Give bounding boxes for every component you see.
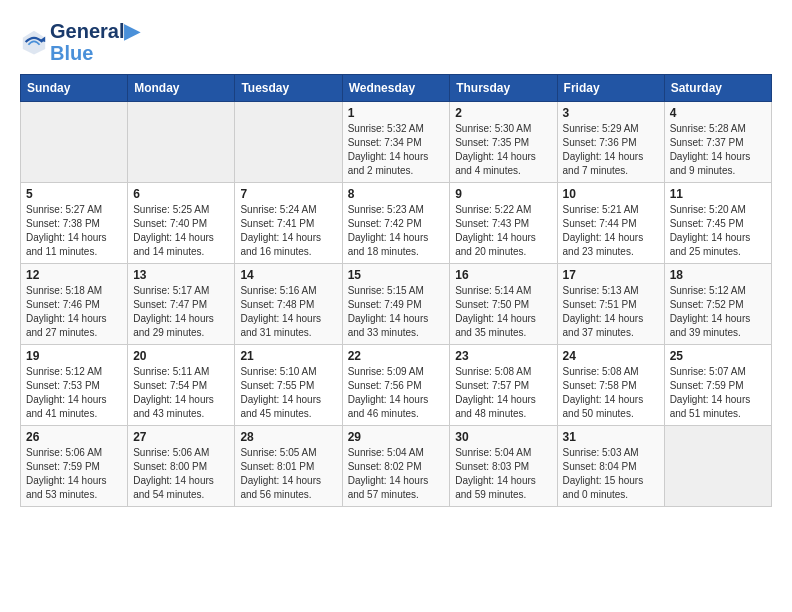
day-number: 30	[455, 430, 551, 444]
calendar-cell: 6Sunrise: 5:25 AMSunset: 7:40 PMDaylight…	[128, 183, 235, 264]
cell-details: Sunrise: 5:20 AMSunset: 7:45 PMDaylight:…	[670, 203, 766, 259]
cell-details: Sunrise: 5:30 AMSunset: 7:35 PMDaylight:…	[455, 122, 551, 178]
day-number: 4	[670, 106, 766, 120]
day-number: 9	[455, 187, 551, 201]
day-number: 7	[240, 187, 336, 201]
weekday-header-row: SundayMondayTuesdayWednesdayThursdayFrid…	[21, 75, 772, 102]
calendar-cell: 15Sunrise: 5:15 AMSunset: 7:49 PMDayligh…	[342, 264, 450, 345]
logo-line2: Blue	[50, 42, 139, 64]
calendar-cell: 24Sunrise: 5:08 AMSunset: 7:58 PMDayligh…	[557, 345, 664, 426]
calendar-cell: 10Sunrise: 5:21 AMSunset: 7:44 PMDayligh…	[557, 183, 664, 264]
cell-details: Sunrise: 5:06 AMSunset: 8:00 PMDaylight:…	[133, 446, 229, 502]
cell-details: Sunrise: 5:21 AMSunset: 7:44 PMDaylight:…	[563, 203, 659, 259]
cell-details: Sunrise: 5:05 AMSunset: 8:01 PMDaylight:…	[240, 446, 336, 502]
calendar-week-row: 1Sunrise: 5:32 AMSunset: 7:34 PMDaylight…	[21, 102, 772, 183]
day-number: 24	[563, 349, 659, 363]
day-number: 5	[26, 187, 122, 201]
calendar-cell: 28Sunrise: 5:05 AMSunset: 8:01 PMDayligh…	[235, 426, 342, 507]
day-number: 14	[240, 268, 336, 282]
day-number: 28	[240, 430, 336, 444]
cell-details: Sunrise: 5:24 AMSunset: 7:41 PMDaylight:…	[240, 203, 336, 259]
day-number: 19	[26, 349, 122, 363]
cell-details: Sunrise: 5:12 AMSunset: 7:52 PMDaylight:…	[670, 284, 766, 340]
day-number: 11	[670, 187, 766, 201]
day-number: 23	[455, 349, 551, 363]
calendar-cell: 26Sunrise: 5:06 AMSunset: 7:59 PMDayligh…	[21, 426, 128, 507]
calendar-cell: 1Sunrise: 5:32 AMSunset: 7:34 PMDaylight…	[342, 102, 450, 183]
weekday-header-saturday: Saturday	[664, 75, 771, 102]
calendar-cell: 11Sunrise: 5:20 AMSunset: 7:45 PMDayligh…	[664, 183, 771, 264]
calendar-cell: 13Sunrise: 5:17 AMSunset: 7:47 PMDayligh…	[128, 264, 235, 345]
day-number: 13	[133, 268, 229, 282]
calendar-table: SundayMondayTuesdayWednesdayThursdayFrid…	[20, 74, 772, 507]
day-number: 8	[348, 187, 445, 201]
calendar-cell: 22Sunrise: 5:09 AMSunset: 7:56 PMDayligh…	[342, 345, 450, 426]
weekday-header-thursday: Thursday	[450, 75, 557, 102]
calendar-cell	[664, 426, 771, 507]
calendar-cell: 14Sunrise: 5:16 AMSunset: 7:48 PMDayligh…	[235, 264, 342, 345]
calendar-cell: 23Sunrise: 5:08 AMSunset: 7:57 PMDayligh…	[450, 345, 557, 426]
day-number: 31	[563, 430, 659, 444]
calendar-cell: 21Sunrise: 5:10 AMSunset: 7:55 PMDayligh…	[235, 345, 342, 426]
weekday-header-monday: Monday	[128, 75, 235, 102]
calendar-cell: 16Sunrise: 5:14 AMSunset: 7:50 PMDayligh…	[450, 264, 557, 345]
cell-details: Sunrise: 5:32 AMSunset: 7:34 PMDaylight:…	[348, 122, 445, 178]
day-number: 2	[455, 106, 551, 120]
logo-text-block: General▶ Blue	[50, 20, 139, 64]
calendar-cell: 3Sunrise: 5:29 AMSunset: 7:36 PMDaylight…	[557, 102, 664, 183]
day-number: 25	[670, 349, 766, 363]
calendar-cell: 19Sunrise: 5:12 AMSunset: 7:53 PMDayligh…	[21, 345, 128, 426]
cell-details: Sunrise: 5:06 AMSunset: 7:59 PMDaylight:…	[26, 446, 122, 502]
svg-marker-0	[23, 31, 45, 55]
cell-details: Sunrise: 5:22 AMSunset: 7:43 PMDaylight:…	[455, 203, 551, 259]
cell-details: Sunrise: 5:08 AMSunset: 7:57 PMDaylight:…	[455, 365, 551, 421]
calendar-cell: 30Sunrise: 5:04 AMSunset: 8:03 PMDayligh…	[450, 426, 557, 507]
logo-line1: General▶	[50, 20, 139, 42]
calendar-cell: 25Sunrise: 5:07 AMSunset: 7:59 PMDayligh…	[664, 345, 771, 426]
calendar-cell: 27Sunrise: 5:06 AMSunset: 8:00 PMDayligh…	[128, 426, 235, 507]
cell-details: Sunrise: 5:10 AMSunset: 7:55 PMDaylight:…	[240, 365, 336, 421]
day-number: 12	[26, 268, 122, 282]
day-number: 29	[348, 430, 445, 444]
cell-details: Sunrise: 5:29 AMSunset: 7:36 PMDaylight:…	[563, 122, 659, 178]
calendar-cell	[21, 102, 128, 183]
day-number: 21	[240, 349, 336, 363]
cell-details: Sunrise: 5:12 AMSunset: 7:53 PMDaylight:…	[26, 365, 122, 421]
calendar-cell: 20Sunrise: 5:11 AMSunset: 7:54 PMDayligh…	[128, 345, 235, 426]
cell-details: Sunrise: 5:11 AMSunset: 7:54 PMDaylight:…	[133, 365, 229, 421]
cell-details: Sunrise: 5:17 AMSunset: 7:47 PMDaylight:…	[133, 284, 229, 340]
day-number: 6	[133, 187, 229, 201]
day-number: 26	[26, 430, 122, 444]
weekday-header-wednesday: Wednesday	[342, 75, 450, 102]
logo-icon	[20, 28, 48, 56]
day-number: 18	[670, 268, 766, 282]
cell-details: Sunrise: 5:09 AMSunset: 7:56 PMDaylight:…	[348, 365, 445, 421]
weekday-header-tuesday: Tuesday	[235, 75, 342, 102]
calendar-cell: 31Sunrise: 5:03 AMSunset: 8:04 PMDayligh…	[557, 426, 664, 507]
day-number: 1	[348, 106, 445, 120]
calendar-cell	[128, 102, 235, 183]
calendar-cell: 17Sunrise: 5:13 AMSunset: 7:51 PMDayligh…	[557, 264, 664, 345]
day-number: 22	[348, 349, 445, 363]
cell-details: Sunrise: 5:23 AMSunset: 7:42 PMDaylight:…	[348, 203, 445, 259]
calendar-cell: 4Sunrise: 5:28 AMSunset: 7:37 PMDaylight…	[664, 102, 771, 183]
cell-details: Sunrise: 5:08 AMSunset: 7:58 PMDaylight:…	[563, 365, 659, 421]
calendar-cell: 12Sunrise: 5:18 AMSunset: 7:46 PMDayligh…	[21, 264, 128, 345]
cell-details: Sunrise: 5:18 AMSunset: 7:46 PMDaylight:…	[26, 284, 122, 340]
calendar-week-row: 12Sunrise: 5:18 AMSunset: 7:46 PMDayligh…	[21, 264, 772, 345]
calendar-cell	[235, 102, 342, 183]
cell-details: Sunrise: 5:04 AMSunset: 8:02 PMDaylight:…	[348, 446, 445, 502]
cell-details: Sunrise: 5:04 AMSunset: 8:03 PMDaylight:…	[455, 446, 551, 502]
cell-details: Sunrise: 5:25 AMSunset: 7:40 PMDaylight:…	[133, 203, 229, 259]
calendar-cell: 7Sunrise: 5:24 AMSunset: 7:41 PMDaylight…	[235, 183, 342, 264]
page-header: General▶ Blue	[20, 20, 772, 64]
cell-details: Sunrise: 5:14 AMSunset: 7:50 PMDaylight:…	[455, 284, 551, 340]
weekday-header-sunday: Sunday	[21, 75, 128, 102]
calendar-cell: 9Sunrise: 5:22 AMSunset: 7:43 PMDaylight…	[450, 183, 557, 264]
calendar-week-row: 19Sunrise: 5:12 AMSunset: 7:53 PMDayligh…	[21, 345, 772, 426]
calendar-cell: 18Sunrise: 5:12 AMSunset: 7:52 PMDayligh…	[664, 264, 771, 345]
day-number: 16	[455, 268, 551, 282]
calendar-cell: 5Sunrise: 5:27 AMSunset: 7:38 PMDaylight…	[21, 183, 128, 264]
calendar-week-row: 26Sunrise: 5:06 AMSunset: 7:59 PMDayligh…	[21, 426, 772, 507]
calendar-cell: 2Sunrise: 5:30 AMSunset: 7:35 PMDaylight…	[450, 102, 557, 183]
